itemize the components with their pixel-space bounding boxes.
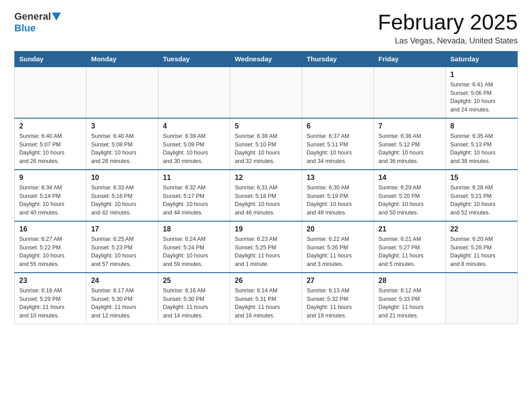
day-number: 7 [378, 122, 441, 130]
day-info: Sunrise: 6:38 AM Sunset: 5:10 PM Dayligh… [235, 132, 297, 166]
calendar-day-cell: 25Sunrise: 6:16 AM Sunset: 5:30 PM Dayli… [158, 273, 230, 324]
calendar-day-cell: 9Sunrise: 6:34 AM Sunset: 5:14 PM Daylig… [15, 170, 86, 221]
day-number: 3 [91, 122, 153, 130]
calendar-day-cell: 20Sunrise: 6:22 AM Sunset: 5:26 PM Dayli… [302, 221, 373, 273]
calendar-day-cell: 24Sunrise: 6:17 AM Sunset: 5:30 PM Dayli… [86, 273, 158, 324]
day-number: 15 [450, 174, 513, 182]
calendar-day-cell: 2Sunrise: 6:40 AM Sunset: 5:07 PM Daylig… [15, 118, 86, 170]
day-info: Sunrise: 6:41 AM Sunset: 5:06 PM Dayligh… [450, 81, 513, 114]
day-info: Sunrise: 6:24 AM Sunset: 5:24 PM Dayligh… [163, 235, 225, 269]
svg-marker-0 [52, 13, 61, 21]
day-number: 13 [307, 174, 369, 182]
day-info: Sunrise: 6:18 AM Sunset: 5:29 PM Dayligh… [19, 287, 82, 320]
calendar-day-cell: 27Sunrise: 6:13 AM Sunset: 5:32 PM Dayli… [302, 273, 373, 324]
calendar-header-row: SundayMondayTuesdayWednesdayThursdayFrid… [15, 51, 518, 67]
calendar-day-cell: 28Sunrise: 6:12 AM Sunset: 5:33 PM Dayli… [374, 273, 446, 324]
calendar-day-cell [446, 273, 517, 324]
calendar-header-monday: Monday [86, 51, 158, 67]
calendar-header-saturday: Saturday [446, 51, 517, 67]
day-info: Sunrise: 6:16 AM Sunset: 5:30 PM Dayligh… [163, 287, 225, 320]
day-info: Sunrise: 6:22 AM Sunset: 5:26 PM Dayligh… [307, 235, 369, 269]
day-info: Sunrise: 6:20 AM Sunset: 5:28 PM Dayligh… [450, 235, 513, 269]
page-header: General Blue February 2025 Las Vegas, Ne… [14, 11, 518, 46]
day-info: Sunrise: 6:12 AM Sunset: 5:33 PM Dayligh… [378, 287, 441, 320]
day-number: 4 [163, 122, 225, 130]
calendar-day-cell [158, 67, 230, 118]
calendar-header-thursday: Thursday [302, 51, 373, 67]
calendar-day-cell [302, 67, 373, 118]
day-number: 25 [163, 277, 225, 285]
calendar-day-cell [15, 67, 86, 118]
calendar-day-cell: 12Sunrise: 6:31 AM Sunset: 5:18 PM Dayli… [230, 170, 302, 221]
day-number: 28 [378, 277, 441, 285]
day-info: Sunrise: 6:30 AM Sunset: 5:19 PM Dayligh… [307, 184, 369, 217]
day-number: 1 [450, 71, 513, 79]
calendar-week-row: 23Sunrise: 6:18 AM Sunset: 5:29 PM Dayli… [15, 273, 518, 324]
day-info: Sunrise: 6:14 AM Sunset: 5:31 PM Dayligh… [235, 287, 297, 320]
day-number: 21 [378, 225, 441, 233]
day-info: Sunrise: 6:40 AM Sunset: 5:08 PM Dayligh… [91, 132, 153, 166]
title-block: February 2025 Las Vegas, Nevada, United … [378, 11, 518, 46]
day-number: 6 [307, 122, 369, 130]
day-info: Sunrise: 6:32 AM Sunset: 5:17 PM Dayligh… [163, 184, 225, 217]
day-number: 2 [19, 122, 82, 130]
day-number: 23 [19, 277, 82, 285]
calendar-day-cell: 18Sunrise: 6:24 AM Sunset: 5:24 PM Dayli… [158, 221, 230, 273]
day-number: 20 [307, 225, 369, 233]
day-number: 18 [163, 225, 225, 233]
day-info: Sunrise: 6:13 AM Sunset: 5:32 PM Dayligh… [307, 287, 369, 320]
calendar-day-cell: 11Sunrise: 6:32 AM Sunset: 5:17 PM Dayli… [158, 170, 230, 221]
calendar-week-row: 9Sunrise: 6:34 AM Sunset: 5:14 PM Daylig… [15, 170, 518, 221]
day-number: 11 [163, 174, 225, 182]
day-info: Sunrise: 6:37 AM Sunset: 5:11 PM Dayligh… [307, 132, 369, 166]
month-title: February 2025 [378, 11, 518, 34]
calendar-header-tuesday: Tuesday [158, 51, 230, 67]
calendar-day-cell: 3Sunrise: 6:40 AM Sunset: 5:08 PM Daylig… [86, 118, 158, 170]
day-number: 26 [235, 277, 297, 285]
day-info: Sunrise: 6:33 AM Sunset: 5:16 PM Dayligh… [91, 184, 153, 217]
calendar-day-cell [230, 67, 302, 118]
calendar-day-cell: 16Sunrise: 6:27 AM Sunset: 5:22 PM Dayli… [15, 221, 86, 273]
calendar-day-cell: 26Sunrise: 6:14 AM Sunset: 5:31 PM Dayli… [230, 273, 302, 324]
logo-blue: Blue [14, 22, 61, 34]
day-info: Sunrise: 6:27 AM Sunset: 5:22 PM Dayligh… [19, 235, 82, 269]
day-number: 17 [91, 225, 153, 233]
day-number: 9 [19, 174, 82, 182]
day-info: Sunrise: 6:40 AM Sunset: 5:07 PM Dayligh… [19, 132, 82, 166]
calendar-day-cell: 5Sunrise: 6:38 AM Sunset: 5:10 PM Daylig… [230, 118, 302, 170]
calendar-day-cell: 7Sunrise: 6:36 AM Sunset: 5:12 PM Daylig… [374, 118, 446, 170]
calendar-table: SundayMondayTuesdayWednesdayThursdayFrid… [14, 51, 518, 324]
day-info: Sunrise: 6:39 AM Sunset: 5:09 PM Dayligh… [163, 132, 225, 166]
calendar-day-cell: 22Sunrise: 6:20 AM Sunset: 5:28 PM Dayli… [446, 221, 517, 273]
calendar-day-cell: 14Sunrise: 6:29 AM Sunset: 5:20 PM Dayli… [374, 170, 446, 221]
calendar-day-cell: 19Sunrise: 6:23 AM Sunset: 5:25 PM Dayli… [230, 221, 302, 273]
calendar-week-row: 1Sunrise: 6:41 AM Sunset: 5:06 PM Daylig… [15, 67, 518, 118]
day-info: Sunrise: 6:28 AM Sunset: 5:21 PM Dayligh… [450, 184, 513, 217]
calendar-day-cell: 1Sunrise: 6:41 AM Sunset: 5:06 PM Daylig… [446, 67, 517, 118]
logo-triangle-icon [52, 13, 61, 21]
calendar-header-friday: Friday [374, 51, 446, 67]
calendar-day-cell: 6Sunrise: 6:37 AM Sunset: 5:11 PM Daylig… [302, 118, 373, 170]
day-number: 24 [91, 277, 153, 285]
calendar-week-row: 16Sunrise: 6:27 AM Sunset: 5:22 PM Dayli… [15, 221, 518, 273]
location-title: Las Vegas, Nevada, United States [378, 36, 518, 46]
calendar-day-cell: 23Sunrise: 6:18 AM Sunset: 5:29 PM Dayli… [15, 273, 86, 324]
calendar-header-wednesday: Wednesday [230, 51, 302, 67]
day-number: 14 [378, 174, 441, 182]
calendar-week-row: 2Sunrise: 6:40 AM Sunset: 5:07 PM Daylig… [15, 118, 518, 170]
day-info: Sunrise: 6:34 AM Sunset: 5:14 PM Dayligh… [19, 184, 82, 217]
day-number: 27 [307, 277, 369, 285]
calendar-header-sunday: Sunday [15, 51, 86, 67]
calendar-day-cell: 8Sunrise: 6:35 AM Sunset: 5:13 PM Daylig… [446, 118, 517, 170]
calendar-day-cell: 21Sunrise: 6:21 AM Sunset: 5:27 PM Dayli… [374, 221, 446, 273]
day-info: Sunrise: 6:35 AM Sunset: 5:13 PM Dayligh… [450, 132, 513, 166]
logo: General Blue [14, 11, 61, 34]
day-info: Sunrise: 6:36 AM Sunset: 5:12 PM Dayligh… [378, 132, 441, 166]
day-number: 5 [235, 122, 297, 130]
day-info: Sunrise: 6:31 AM Sunset: 5:18 PM Dayligh… [235, 184, 297, 217]
day-info: Sunrise: 6:29 AM Sunset: 5:20 PM Dayligh… [378, 184, 441, 217]
calendar-day-cell: 15Sunrise: 6:28 AM Sunset: 5:21 PM Dayli… [446, 170, 517, 221]
day-number: 22 [450, 225, 513, 233]
day-info: Sunrise: 6:17 AM Sunset: 5:30 PM Dayligh… [91, 287, 153, 320]
day-number: 16 [19, 225, 82, 233]
